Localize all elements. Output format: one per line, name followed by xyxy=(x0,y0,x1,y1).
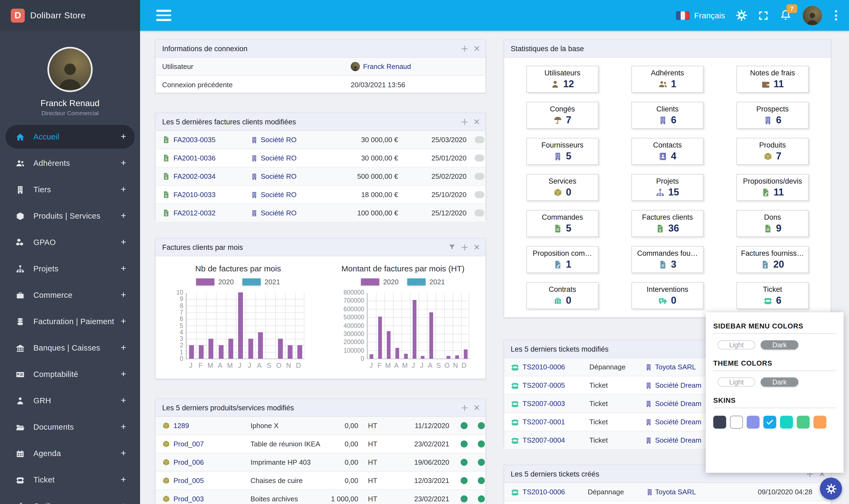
sidebar-item-projets[interactable]: Projets+ xyxy=(5,257,135,281)
stat-tile-fournisseurs[interactable]: Fournisseurs 5 xyxy=(526,138,599,165)
expand-plus[interactable]: + xyxy=(121,237,126,248)
expand-plus[interactable]: + xyxy=(121,448,126,459)
filter-icon[interactable] xyxy=(448,244,456,251)
expand-plus[interactable]: + xyxy=(121,211,126,221)
user-link[interactable]: Franck Renaud xyxy=(363,62,411,71)
expand-plus[interactable]: + xyxy=(121,474,126,485)
stat-tile-prospects[interactable]: Prospects 6 xyxy=(737,102,809,129)
menu-toggle-button[interactable] xyxy=(156,10,171,21)
product-ref-link[interactable]: Prod_006 xyxy=(174,453,204,471)
expand-plus[interactable]: + xyxy=(121,290,126,301)
sidebar-item-grh[interactable]: GRH+ xyxy=(5,389,135,412)
expand-plus[interactable]: + xyxy=(121,369,126,380)
floating-settings-button[interactable] xyxy=(820,478,842,500)
expand-plus[interactable]: + xyxy=(121,184,126,195)
sidebar-item-agenda[interactable]: Agenda+ xyxy=(5,442,135,465)
company-link[interactable]: Société RO xyxy=(261,186,297,203)
ticket-ref-link[interactable]: TS2007-0001 xyxy=(523,413,565,431)
company-link[interactable]: Société RO xyxy=(261,149,297,167)
company-link[interactable]: Société Dream xyxy=(655,413,702,431)
stat-tile-interventions[interactable]: Interventions 0 xyxy=(631,282,704,309)
expand-plus[interactable]: + xyxy=(121,501,126,504)
sidebar-item-ticket[interactable]: Ticket+ xyxy=(5,468,135,492)
theme-dark-button[interactable]: Dark xyxy=(761,377,798,386)
stat-tile-factures-fourniss-[interactable]: Factures fourniss… 20 xyxy=(737,246,809,273)
expand-plus[interactable]: + xyxy=(121,342,126,353)
settings-button[interactable] xyxy=(736,10,747,21)
company-link[interactable]: Société RO xyxy=(261,167,297,185)
sidebar-light-button[interactable]: Light xyxy=(718,340,755,349)
stat-tile-cong-s[interactable]: Congés 7 xyxy=(526,102,599,129)
sidebar-item-facturation-paiement[interactable]: Facturation | Paiement+ xyxy=(5,310,135,333)
language-selector[interactable]: Français xyxy=(676,11,725,20)
invoice-ref-link[interactable]: FA2012-0032 xyxy=(174,204,215,222)
expand-plus[interactable]: + xyxy=(121,131,126,142)
sidebar-item-outils[interactable]: Outils+ xyxy=(5,494,135,504)
sidebar-item-accueil[interactable]: Accueil+ xyxy=(5,125,135,149)
stat-tile-adh-rents[interactable]: Adhérents 1 xyxy=(631,66,704,93)
ticket-ref-link[interactable]: TS2010-0006 xyxy=(523,483,565,501)
invoice-ref-link[interactable]: FA2010-0033 xyxy=(174,186,215,203)
sidebar-item-produits-services[interactable]: Produits | Services+ xyxy=(5,204,135,228)
company-link[interactable]: Société RO xyxy=(261,131,297,149)
stat-tile-factures-clients[interactable]: Factures clients 36 xyxy=(631,210,704,237)
product-ref-link[interactable]: Prod_003 xyxy=(174,490,204,504)
expand-plus[interactable]: + xyxy=(121,316,126,327)
stat-tile-proposition-com-[interactable]: Proposition com… 1 xyxy=(526,246,599,273)
invoice-ref-link[interactable]: FA2002-0034 xyxy=(174,167,215,185)
product-ref-link[interactable]: Prod_007 xyxy=(174,435,204,453)
company-link[interactable]: Toyota SARL xyxy=(655,358,696,376)
notifications-button[interactable]: 7 xyxy=(779,9,792,21)
move-icon[interactable] xyxy=(461,118,468,125)
move-icon[interactable] xyxy=(461,45,468,52)
skin-swatch-1[interactable] xyxy=(730,416,743,429)
ticket-ref-link[interactable]: TS2007-0003 xyxy=(523,395,565,412)
stat-tile-commandes[interactable]: Commandes 5 xyxy=(526,210,599,237)
sidebar-item-tiers[interactable]: Tiers+ xyxy=(5,178,135,201)
expand-plus[interactable]: + xyxy=(121,263,126,274)
sidebar-item-adherents[interactable]: Adhérents+ xyxy=(5,151,135,175)
topbar-avatar[interactable] xyxy=(803,6,822,25)
expand-plus[interactable]: + xyxy=(121,421,126,432)
sidebar-item-comptabilite[interactable]: Comptabilité+ xyxy=(5,362,135,386)
sidebar-dark-button[interactable]: Dark xyxy=(761,340,798,349)
stat-tile-projets[interactable]: Projets 15 xyxy=(631,174,704,201)
stat-tile-contacts[interactable]: Contacts 4 xyxy=(631,138,704,165)
sidebar-item-documents[interactable]: Documents+ xyxy=(5,415,135,439)
ticket-ref-link[interactable]: TS2007-0004 xyxy=(523,431,565,449)
move-icon[interactable] xyxy=(461,244,468,251)
stat-tile-propositions-devis[interactable]: Propositions/devis 11 xyxy=(737,174,809,201)
move-icon[interactable] xyxy=(461,404,468,411)
expand-plus[interactable]: + xyxy=(121,395,126,406)
skin-swatch-4[interactable] xyxy=(780,416,793,429)
stat-tile-ticket[interactable]: Ticket 6 xyxy=(737,282,809,309)
close-icon[interactable] xyxy=(474,45,480,52)
stat-tile-services[interactable]: Services 0 xyxy=(526,174,599,201)
close-icon[interactable] xyxy=(474,244,480,250)
skin-swatch-3[interactable] xyxy=(763,416,776,429)
avatar[interactable] xyxy=(48,47,93,92)
stat-tile-commandes-fou-[interactable]: Commandes fou… 3 xyxy=(631,246,704,273)
skin-swatch-2[interactable] xyxy=(747,416,760,429)
brand[interactable]: D Dolibarr Store xyxy=(0,0,140,31)
stat-tile-dons[interactable]: Dons 9 xyxy=(737,210,809,237)
invoice-ref-link[interactable]: FA2001-0036 xyxy=(174,149,215,167)
company-link[interactable]: Société Dream xyxy=(655,431,702,449)
sidebar-item-commerce[interactable]: Commerce+ xyxy=(5,283,135,307)
close-icon[interactable] xyxy=(474,119,480,125)
invoice-ref-link[interactable]: FA2003-0035 xyxy=(174,131,215,149)
product-ref-link[interactable]: 1289 xyxy=(174,417,189,434)
skin-swatch-0[interactable] xyxy=(713,416,726,429)
company-link[interactable]: Société Dream xyxy=(655,395,702,412)
stat-tile-utilisateurs[interactable]: Utilisateurs 12 xyxy=(526,66,599,93)
skin-swatch-5[interactable] xyxy=(797,416,810,429)
expand-plus[interactable]: + xyxy=(121,158,126,168)
overflow-menu-button[interactable] xyxy=(833,10,839,20)
company-link[interactable]: Société Dream xyxy=(655,376,702,394)
sidebar-item-banques-caisses[interactable]: Banques | Caisses+ xyxy=(5,336,135,360)
company-link[interactable]: Société RO xyxy=(261,204,297,222)
ticket-ref-link[interactable]: TS2010-0006 xyxy=(523,358,565,376)
stat-tile-produits[interactable]: Produits 7 xyxy=(737,138,809,165)
ticket-ref-link[interactable]: TS2007-0005 xyxy=(523,376,565,394)
stat-tile-clients[interactable]: Clients 6 xyxy=(631,102,704,129)
